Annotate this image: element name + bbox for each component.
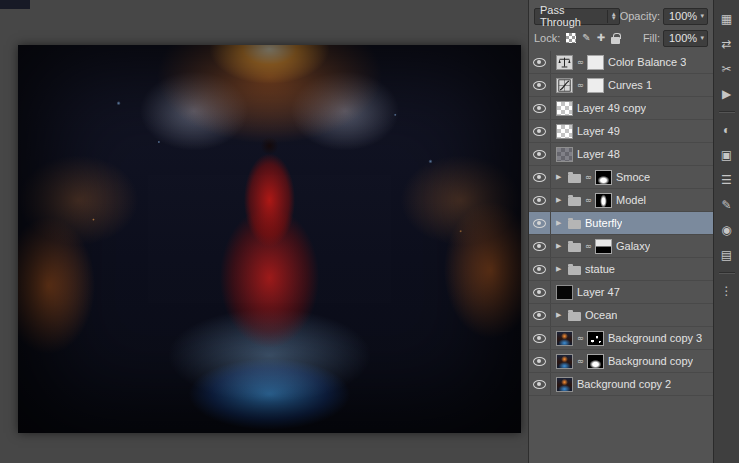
folder-icon [568, 197, 581, 206]
fill-input[interactable]: 100% ▾ [663, 30, 708, 47]
layer-row[interactable]: ▶8Model [529, 189, 713, 212]
visibility-toggle[interactable] [529, 74, 551, 96]
visibility-toggle[interactable] [529, 350, 551, 372]
visibility-toggle[interactable] [529, 373, 551, 395]
layer-thumbnail[interactable] [556, 285, 573, 300]
layer-thumbnail[interactable] [556, 331, 573, 346]
layer-row[interactable]: Layer 49 copy [529, 97, 713, 120]
layer-row[interactable]: 8Background copy [529, 350, 713, 373]
dock-pen-icon[interactable]: ✎ [714, 192, 739, 217]
dock-swatches-icon[interactable]: ▣ [714, 142, 739, 167]
dock-scissors-icon[interactable]: ✂ [714, 56, 739, 81]
mask-link-icon: 8 [577, 358, 584, 364]
layer-name: Model [616, 194, 646, 206]
opacity-input[interactable]: 100% ▾ [663, 8, 708, 25]
lock-paint-icon[interactable]: ✎ [582, 33, 590, 43]
canvas-image[interactable] [18, 45, 521, 433]
chevron-down-icon: ▾ [700, 12, 704, 20]
eye-icon [533, 311, 546, 320]
layer-mask-thumbnail[interactable] [587, 331, 604, 346]
disclosure-triangle-icon[interactable]: ▶ [556, 311, 564, 319]
visibility-toggle[interactable] [529, 143, 551, 165]
layer-row[interactable]: 8Curves 1 [529, 74, 713, 97]
layer-row[interactable]: ▶Ocean [529, 304, 713, 327]
layer-thumbnail[interactable] [556, 377, 573, 392]
dock-more-icon[interactable]: ⋮ [714, 278, 739, 303]
eye-icon [533, 334, 546, 343]
layer-row[interactable]: Background copy 2 [529, 373, 713, 396]
eye-icon [533, 380, 546, 389]
disclosure-triangle-icon[interactable]: ▶ [556, 265, 564, 273]
layer-thumbnail[interactable] [556, 124, 573, 139]
lock-all-icon[interactable] [611, 37, 620, 44]
layer-mask-thumbnail[interactable] [595, 239, 612, 254]
layer-mask-thumbnail[interactable] [587, 55, 604, 70]
color-balance-icon[interactable] [556, 55, 573, 70]
eye-icon [533, 173, 546, 182]
lock-position-icon[interactable]: ✚ [597, 33, 605, 43]
dock-grid-icon[interactable]: ▦ [714, 6, 739, 31]
blend-mode-select[interactable]: Pass Through ▲▼ [534, 8, 620, 25]
folder-icon [568, 243, 581, 252]
layer-name: Galaxy [616, 240, 650, 252]
layer-thumbnail[interactable] [556, 354, 573, 369]
opacity-label: Opacity: [620, 10, 660, 22]
visibility-toggle[interactable] [529, 235, 551, 257]
layer-row-content: 8Background copy 3 [551, 327, 713, 349]
dock-contrast-icon[interactable]: ◐ [714, 117, 739, 142]
layer-mask-thumbnail[interactable] [595, 170, 612, 185]
document-tab-fragment [0, 0, 30, 9]
layer-row[interactable]: ▶8Smoce [529, 166, 713, 189]
layer-row[interactable]: ▶statue [529, 258, 713, 281]
disclosure-triangle-icon[interactable]: ▶ [556, 196, 564, 204]
layer-name: Layer 49 [577, 125, 620, 137]
layer-name: Ocean [585, 309, 617, 321]
visibility-toggle[interactable] [529, 120, 551, 142]
eye-icon [533, 150, 546, 159]
mask-link-icon: 8 [577, 82, 584, 88]
visibility-toggle[interactable] [529, 51, 551, 73]
visibility-toggle[interactable] [529, 212, 551, 234]
visibility-toggle[interactable] [529, 304, 551, 326]
layer-row[interactable]: ▶Buterfly [529, 212, 713, 235]
layer-row[interactable]: 8Color Balance 3 [529, 51, 713, 74]
dock-divider [719, 111, 735, 112]
visibility-toggle[interactable] [529, 281, 551, 303]
mask-link-icon: 8 [577, 59, 584, 65]
dock-layers-icon[interactable]: ▤ [714, 242, 739, 267]
dock-target-icon[interactable]: ◉ [714, 217, 739, 242]
layer-row[interactable]: 8Background copy 3 [529, 327, 713, 350]
layer-row-content: ▶8Galaxy [551, 235, 713, 257]
eye-icon [533, 242, 546, 251]
layers-panel-controls: Pass Through ▲▼ Opacity: 100% ▾ Lock: ✎ … [529, 0, 713, 55]
eye-icon [533, 127, 546, 136]
layer-mask-thumbnail[interactable] [595, 193, 612, 208]
eye-icon [533, 265, 546, 274]
layer-thumbnail[interactable] [556, 101, 573, 116]
lock-transparency-icon[interactable] [566, 33, 576, 43]
visibility-toggle[interactable] [529, 189, 551, 211]
layer-name: Curves 1 [608, 79, 652, 91]
disclosure-triangle-icon[interactable]: ▶ [556, 242, 564, 250]
layer-row[interactable]: Layer 49 [529, 120, 713, 143]
visibility-toggle[interactable] [529, 327, 551, 349]
layer-thumbnail[interactable] [556, 147, 573, 162]
dock-play-icon[interactable]: ▶ [714, 81, 739, 106]
disclosure-triangle-icon[interactable]: ▶ [556, 219, 564, 227]
dock-transform-arrows-icon[interactable]: ⇄ [714, 31, 739, 56]
visibility-toggle[interactable] [529, 258, 551, 280]
layer-row[interactable]: ▶8Galaxy [529, 235, 713, 258]
disclosure-triangle-icon[interactable]: ▶ [556, 173, 564, 181]
chevron-down-icon: ▾ [700, 34, 704, 42]
layer-row[interactable]: Layer 47 [529, 281, 713, 304]
eye-icon [533, 357, 546, 366]
layer-mask-thumbnail[interactable] [587, 354, 604, 369]
curves-icon[interactable] [556, 78, 573, 93]
lock-label: Lock: [534, 32, 560, 44]
dock-adjustments-icon[interactable]: ☰ [714, 167, 739, 192]
layer-mask-thumbnail[interactable] [587, 78, 604, 93]
visibility-toggle[interactable] [529, 97, 551, 119]
layer-row[interactable]: Layer 48 [529, 143, 713, 166]
visibility-toggle[interactable] [529, 166, 551, 188]
fill-label: Fill: [643, 32, 660, 44]
